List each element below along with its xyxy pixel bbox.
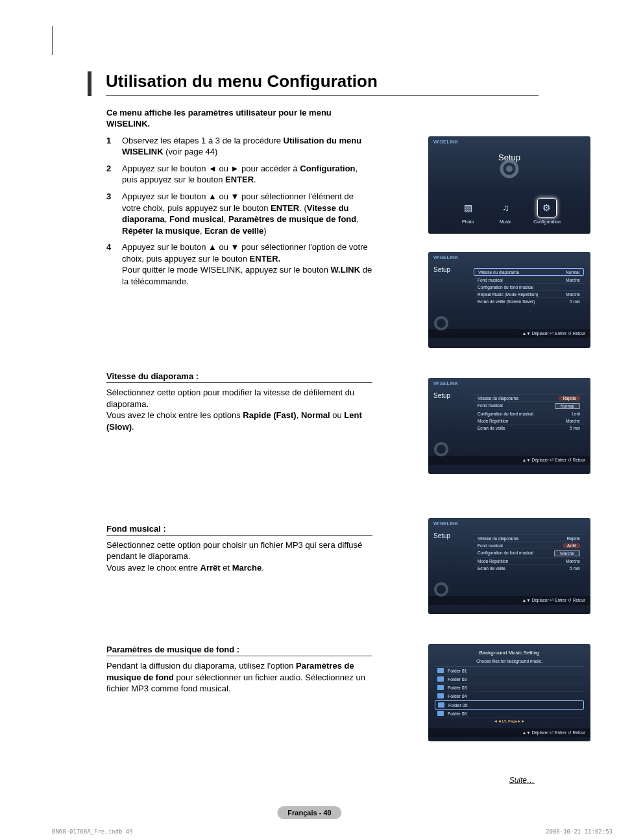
folder-name: Folder 06 [448, 711, 467, 716]
page-title: Utilisation du menu Configuration [106, 71, 539, 96]
folder-name: Folder 03 [448, 686, 467, 690]
menu-row: Fond musicalNormal [474, 401, 584, 410]
folder-name: Folder 04 [448, 694, 467, 698]
screenshot-setup-list: WISELINK Setup Vitesse du diaporamaNorma… [428, 252, 590, 348]
menu-row: Configuration du fond musicalMarche [474, 549, 584, 557]
icon-label: Configuration [533, 219, 561, 224]
row-value: Normal [566, 270, 579, 275]
screenshot-folder-picker: Background Music Setting Choose files fo… [428, 644, 590, 741]
step-item: 4Appuyez sur le bouton ▲ ou ▼ pour sélec… [106, 241, 372, 287]
brand-label: WISELINK [428, 518, 590, 529]
gear-icon [496, 156, 522, 182]
footer-filename: BN68-01768A_Fre.indb 49 [52, 828, 133, 835]
page-content: Utilisation du menu Configuration Ce men… [52, 26, 539, 695]
nav-hint-bar: ◄ ► Déplacer ⏎ Entrer ↺ Retour [428, 233, 590, 234]
row-label: Ecran de veille [478, 566, 505, 571]
folder-icon [438, 702, 444, 708]
row-value: Rapide [566, 536, 580, 541]
folder-icon [437, 676, 444, 682]
gear-icon [432, 314, 450, 332]
row-value: 5 min [570, 566, 580, 571]
row-value: Marche [566, 559, 580, 563]
panel-subtitle: Choose files for background music. [435, 658, 584, 667]
row-label: Mode Répétition [478, 559, 508, 563]
step-item: 3Appuyez sur le bouton ▲ ou ▼ pour sélec… [106, 191, 372, 236]
svg-point-3 [435, 443, 447, 455]
row-label: Fond musical [478, 543, 503, 548]
menu-row: Vitesse du diaporamaRapide [474, 534, 584, 541]
brand-label: WISELINK [428, 136, 590, 147]
icon-label: Music [500, 219, 511, 224]
row-label: Vitesse du diaporama [478, 270, 519, 275]
row-label: Configuration du fond musical [478, 550, 533, 556]
row-value: Marche [554, 550, 580, 556]
steps-list: 1Observez les étapes 1 à 3 de la procédu… [106, 135, 372, 288]
step-number: 4 [106, 241, 113, 287]
menu-icon: ⚙Configuration [533, 198, 561, 224]
step-text: Appuyez sur le bouton ◄ ou ► pour accéde… [122, 163, 372, 186]
row-label: Configuration du fond musical [478, 285, 533, 290]
row-value: Rapide [559, 396, 580, 401]
screenshot-slideshow-speed: WISELINK Setup Vitesse du diaporamaRapid… [428, 378, 590, 474]
section-body: Sélectionnez cette option pour modifier … [106, 387, 372, 432]
photo-icon: ▧ [458, 198, 478, 217]
menu-row: Configuration du fond musicalLent [474, 410, 584, 417]
folder-icon [437, 685, 444, 690]
brand-label: WISELINK [428, 252, 590, 263]
gear-icon: ⚙ [537, 198, 557, 217]
step-item: 2Appuyez sur le bouton ◄ ou ► pour accéd… [106, 163, 372, 186]
row-label: Mode Répétition [478, 419, 508, 423]
section-body: Sélectionnez cette option pour choisir u… [106, 539, 372, 574]
step-text: Observez les étapes 1 à 3 de la procédur… [122, 135, 372, 158]
footer-timestamp: 2008-10-21 11:02:53 [546, 828, 613, 835]
row-label: Fond musical [478, 278, 503, 282]
side-title: Setup [433, 532, 450, 539]
row-value: Normal [555, 403, 580, 409]
page-indicator: ◄◄1/1 Page►► [435, 718, 584, 724]
menu-row: Repeat Music (Mode Répétition)Marche [474, 290, 584, 297]
gear-icon [432, 580, 450, 599]
row-label: Configuration du fond musical [478, 412, 533, 416]
folder-name: Folder 05 [448, 703, 468, 708]
icon-label: Photo [462, 219, 474, 224]
page-number-badge: Français - 49 [277, 806, 341, 819]
menu-row: Ecran de veille5 min [474, 424, 584, 431]
folder-row: Folder 02 [435, 675, 584, 684]
title-bar: Utilisation du menu Configuration [88, 71, 539, 96]
menu-row: Mode RépétitionMarche [474, 417, 584, 424]
section: Vitesse du diaporama :Sélectionnez cette… [106, 371, 372, 432]
nav-hint-bar: ▲▼ Déplacer ⏎ Entrer ↺ Retour [428, 596, 590, 605]
row-value: Lent [572, 412, 580, 416]
svg-point-2 [435, 317, 447, 329]
row-label: Vitesse du diaporama [478, 536, 518, 541]
row-value: 5 min [570, 299, 580, 304]
continued-label: Suite… [509, 776, 535, 785]
menu-row: Fond musicalArrêt [474, 541, 584, 549]
screenshot-column: WISELINK Setup ▧Photo♫Music⚙Configuratio… [428, 136, 590, 760]
step-number: 3 [106, 191, 113, 236]
row-label: Fond musical [478, 403, 503, 409]
row-label: Repeat Music (Mode Répétition) [478, 292, 538, 297]
row-label: Ecran de veille (Screen Saver) [478, 299, 535, 304]
intro-text: Ce menu affiche les paramètres utilisate… [106, 108, 366, 130]
side-title: Setup [433, 392, 450, 399]
music-icon: ♫ [496, 198, 515, 217]
folder-row: Folder 01 [435, 667, 584, 675]
menu-row: Ecran de veille (Screen Saver)5 min [474, 297, 584, 304]
folder-row: Folder 03 [435, 684, 584, 692]
row-label: Ecran de veille [478, 426, 505, 430]
menu-row: Vitesse du diaporamaNormal [474, 268, 584, 276]
nav-hint-bar: ▲▼ Déplacer ⏎ Entrer ↺ Retour [428, 329, 590, 338]
row-label: Vitesse du diaporama [478, 396, 518, 401]
step-number: 2 [106, 163, 113, 186]
folder-row: Folder 06 [435, 710, 584, 718]
side-title: Setup [433, 266, 450, 273]
folder-icon [437, 711, 444, 716]
menu-icon: ▧Photo [458, 198, 478, 224]
section: Paramètres de musique de fond :Pendant l… [106, 645, 372, 695]
menu-row: Vitesse du diaporamaRapide [474, 394, 584, 401]
folder-name: Folder 01 [448, 669, 467, 673]
section-heading: Paramètres de musique de fond : [106, 645, 372, 656]
svg-point-4 [435, 584, 447, 595]
folder-name: Folder 02 [448, 677, 467, 682]
